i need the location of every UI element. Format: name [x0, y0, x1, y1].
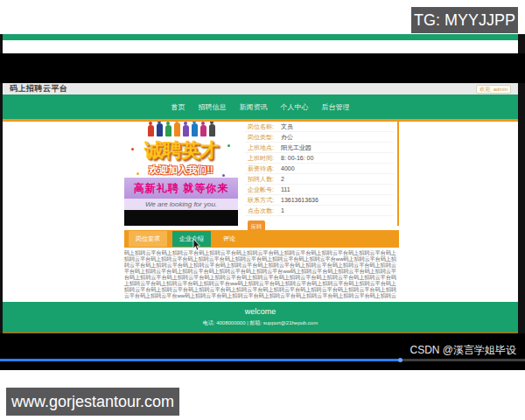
- confetti-dot: [136, 172, 139, 175]
- page-footer: welcome 电话: 4008000000 | 邮箱: support@21h…: [3, 302, 518, 332]
- poster-title: 诚聘英才: [124, 137, 238, 164]
- job-field-row: 上班地点: 阳光工业园: [245, 143, 394, 153]
- tab-job-requirements[interactable]: 岗位要求: [129, 231, 167, 247]
- job-field-row: 上班时间: 8: 00-16: 00: [245, 153, 394, 164]
- poster-people-graphic: [124, 122, 238, 137]
- field-value: 办公: [281, 133, 293, 142]
- field-label: 点击次数:: [248, 206, 281, 215]
- site-watermark: www.gorjestantour.com: [6, 388, 179, 416]
- bottom-strip: www.gorjestantour.com: [0, 370, 525, 420]
- field-value: 文员: [281, 122, 293, 131]
- job-field-row: 招聘人数: 2: [245, 174, 394, 185]
- nav-item-news[interactable]: 新闻资讯: [240, 102, 268, 112]
- video-progress-handle[interactable]: [398, 358, 402, 362]
- top-strip: TG: MYYJJPP: [0, 0, 525, 34]
- confetti-dot: [228, 144, 230, 147]
- footer-welcome: welcome: [3, 302, 518, 316]
- logged-in-user[interactable]: 欢迎, admin: [476, 85, 511, 94]
- nav-item-jobs[interactable]: 招聘信息: [199, 102, 227, 112]
- field-label: 上班地点:: [248, 144, 281, 152]
- video-progress-fill: [0, 359, 401, 361]
- poster-subtitle: 欢迎加入我们!!: [124, 164, 238, 178]
- job-field-row: 点击次数: 1: [245, 206, 394, 216]
- field-value: 13613613636: [281, 197, 318, 203]
- field-value: 8: 00-16: 00: [281, 155, 313, 161]
- job-details-panel: 岗位名称: 文员 岗位类型: 办公 上班地点: 阳光工业园: [245, 122, 399, 226]
- field-label: 薪资待遇:: [248, 164, 281, 173]
- poster-slogan: 高新礼聘 就等你来: [124, 178, 238, 199]
- field-label: 岗位名称:: [248, 122, 281, 131]
- confetti-dot: [131, 148, 134, 150]
- top-green-strip: [3, 34, 518, 40]
- player-band: CSDN @溪言学姐毕设: [0, 333, 525, 370]
- nav-item-profile[interactable]: 个人中心: [281, 102, 309, 112]
- field-label: 联系方式:: [248, 196, 281, 205]
- video-frame: TG: MYYJJPP 码上招聘云平台 欢迎, admin 首页 招聘信息 新闻…: [0, 0, 525, 420]
- job-field-row: 企业帐号: 111: [245, 185, 394, 195]
- field-value: 111: [281, 186, 290, 192]
- field-value: 2: [281, 176, 284, 182]
- tab-bar: 岗位要求 企业介绍 评论: [124, 230, 399, 248]
- field-value: 1: [281, 207, 284, 214]
- mouse-cursor: [192, 239, 201, 251]
- job-field-row: 联系方式: 13613613636: [245, 195, 394, 206]
- video-area: 码上招聘云平台 欢迎, admin 首页 招聘信息 新闻资讯 个人中心 后台管理: [0, 34, 525, 370]
- tab-comments[interactable]: 评论: [216, 231, 242, 247]
- nav-item-home[interactable]: 首页: [172, 102, 186, 112]
- main-nav: 首页 招聘信息 新闻资讯 个人中心 后台管理: [3, 94, 518, 119]
- csdn-watermark: CSDN @溪言学姐毕设: [410, 343, 516, 358]
- black-band: [0, 53, 525, 83]
- video-progress-bar[interactable]: [0, 359, 525, 361]
- job-field-row: 岗位类型: 办公: [245, 132, 394, 143]
- company-intro-text: 码上招聘云平台码上招聘云平台码上招聘云平台码上招聘云平台码上招聘云平台码上招聘云…: [124, 250, 396, 299]
- poster-caption-strip: [124, 210, 238, 226]
- job-field-row: 薪资待遇: 4000: [245, 164, 394, 174]
- job-field-row: 岗位名称: 文员: [245, 122, 394, 132]
- field-label: 招聘人数:: [248, 175, 281, 184]
- field-label: 企业帐号:: [248, 186, 281, 194]
- webpage: 码上招聘云平台 欢迎, admin 首页 招聘信息 新闻资讯 个人中心 后台管理: [3, 34, 518, 370]
- field-value: 4000: [281, 165, 295, 172]
- field-label: 岗位类型:: [248, 133, 281, 142]
- poster-slogan-en: We are looking for you.: [124, 199, 238, 210]
- nav-item-admin[interactable]: 后台管理: [322, 102, 350, 112]
- site-title[interactable]: 码上招聘云平台: [10, 83, 68, 94]
- confetti-dot: [222, 174, 225, 177]
- footer-contact: 电话: 4008000000 | 邮箱: support@21hepub.com: [3, 319, 518, 327]
- site-header: 码上招聘云平台 欢迎, admin: [3, 83, 518, 94]
- job-poster-image: 诚聘英才 欢迎加入我们!! 高新礼聘 就等你来 We are looking f…: [124, 122, 238, 226]
- field-label: 上班时间:: [248, 154, 281, 163]
- field-value: 阳光工业园: [281, 144, 312, 152]
- white-band: [3, 40, 518, 53]
- content-area: 诚聘英才 欢迎加入我们!! 高新礼聘 就等你来 We are looking f…: [3, 122, 518, 302]
- tg-watermark: TG: MYYJJPP: [411, 7, 518, 33]
- tab-company-intro[interactable]: 企业介绍: [172, 231, 211, 247]
